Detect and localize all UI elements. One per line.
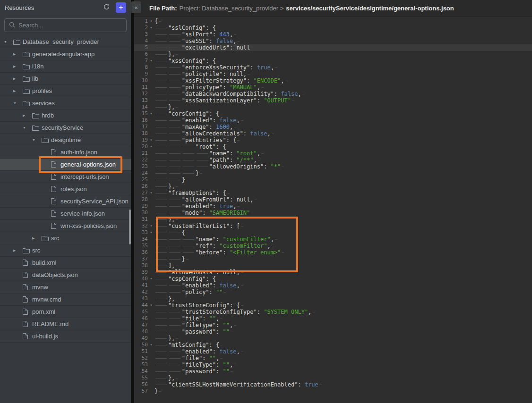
tree-folder-generated-angular-app[interactable]: ▶generated-angular-app	[0, 48, 131, 60]
fold-spacer	[148, 236, 154, 243]
fold-spacer	[148, 124, 154, 130]
fold-spacer	[148, 71, 154, 77]
search-input[interactable]	[18, 22, 122, 29]
fold-arrow-icon[interactable]: ▾	[148, 110, 154, 117]
code-text: "enforceXssSecurity": true,	[154, 64, 278, 71]
fold-arrow-icon[interactable]: ▾	[148, 229, 154, 236]
add-resource-button[interactable]: +	[116, 2, 126, 13]
tree-file-README.md[interactable]: README.md	[0, 318, 131, 330]
tree-folder-hrdb[interactable]: ▶hrdb	[0, 109, 131, 122]
tab-whitespace-mark	[168, 355, 182, 361]
tab-whitespace-mark	[168, 97, 182, 104]
code-line-54: 54"password": ""	[134, 368, 532, 375]
fold-arrow-icon[interactable]: ▾	[148, 137, 154, 143]
code-text: "enabled": true,	[154, 203, 240, 210]
code-line-18: 18"allowCredentials": false,	[134, 130, 532, 137]
tab-whitespace-mark	[154, 210, 168, 216]
chevron-down-icon[interactable]: ▼	[32, 138, 42, 142]
folder-icon	[42, 235, 51, 241]
tree-file-build.xml[interactable]: build.xml	[0, 257, 131, 269]
code-text: "file": "",	[154, 355, 223, 361]
file-icon	[51, 223, 60, 229]
line-end-mark	[175, 183, 179, 190]
chevron-right-icon[interactable]: ▶	[32, 236, 42, 240]
tree-file-mvnw[interactable]: mvnw	[0, 281, 131, 294]
chevron-right-icon[interactable]: ▶	[13, 249, 23, 252]
sidebar-collapse-button[interactable]: «	[131, 1, 141, 13]
tab-whitespace-mark	[154, 223, 168, 229]
tree-file-general-options.json[interactable]: general-options.json	[0, 159, 131, 171]
line-end-mark	[175, 295, 179, 302]
tab-whitespace-mark	[168, 163, 182, 170]
tree-file-ui-build.js[interactable]: ui-build.js	[0, 330, 131, 343]
fold-arrow-icon[interactable]: ▾	[148, 342, 154, 348]
code-editor[interactable]: 1▾{2▾"sslConfig": {3"sslPort": 443,4"use…	[134, 17, 532, 403]
code-text: }	[154, 256, 189, 262]
line-number: 2	[134, 25, 148, 31]
fold-spacer	[148, 150, 154, 157]
tab-whitespace-mark	[154, 170, 168, 176]
tree-folder-designtime[interactable]: ▼designtime	[0, 134, 131, 146]
tab-whitespace-mark	[168, 203, 182, 210]
tree-file-pom.xml[interactable]: pom.xml	[0, 306, 131, 318]
chevron-right-icon[interactable]: ▶	[23, 114, 32, 118]
tree-file-auth-info.json[interactable]: auth-info.json	[0, 146, 131, 159]
tab-whitespace-mark	[154, 322, 168, 328]
tab-whitespace-mark	[168, 368, 182, 375]
code-line-11: 11"policyType": "MANUAL",	[134, 84, 532, 91]
tree-item-label: securityService	[42, 124, 83, 131]
chevron-right-icon[interactable]: ▶	[13, 77, 23, 81]
fold-arrow-icon[interactable]: ▾	[148, 18, 154, 25]
tree-item-label: roles.json	[60, 185, 87, 193]
tab-whitespace-mark	[154, 249, 168, 256]
tab-whitespace-mark	[154, 163, 168, 170]
fold-arrow-icon[interactable]: ▾	[148, 58, 154, 64]
code-text: "path": "/**",	[154, 157, 261, 163]
tab-whitespace-mark	[168, 289, 182, 295]
fold-spacer	[148, 381, 154, 388]
tree-file-roles.json[interactable]: roles.json	[0, 183, 131, 195]
fold-arrow-icon[interactable]: ▾	[148, 302, 154, 309]
code-text: }	[154, 170, 203, 176]
code-text: }	[154, 176, 189, 183]
tree-folder-lib[interactable]: ▶lib	[0, 73, 131, 85]
line-number: 21	[134, 150, 148, 157]
fold-arrow-icon[interactable]: ▾	[148, 190, 154, 196]
tab-whitespace-mark	[154, 282, 168, 289]
tree-file-securityService_API.json[interactable]: securityService_API.json	[0, 195, 131, 208]
line-number: 53	[134, 361, 148, 368]
chevron-down-icon[interactable]: ▼	[13, 101, 23, 105]
chevron-right-icon[interactable]: ▶	[13, 52, 23, 56]
tree-file-dataObjects.json[interactable]: dataObjects.json	[0, 269, 131, 281]
chevron-right-icon[interactable]: ▶	[13, 89, 23, 93]
tree-file-intercept-urls.json[interactable]: intercept-urls.json	[0, 171, 131, 183]
tree-folder-src[interactable]: ▶src	[0, 232, 131, 244]
fold-arrow-icon[interactable]: ▾	[148, 276, 154, 282]
tree-folder-securityService[interactable]: ▼securityService	[0, 122, 131, 134]
code-line-1: 1▾{	[134, 18, 532, 25]
code-line-51: 51"enabled": false,	[134, 348, 532, 355]
fold-arrow-icon[interactable]: ▾	[148, 223, 154, 229]
chevron-down-icon[interactable]: ▼	[23, 126, 32, 129]
tree-file-mvnw.cmd[interactable]: mvnw.cmd	[0, 294, 131, 306]
tree-folder-profiles[interactable]: ▶profiles	[0, 85, 131, 97]
fold-spacer	[148, 31, 154, 38]
fold-spacer	[148, 51, 154, 58]
chevron-down-icon[interactable]: ▼	[4, 40, 13, 43]
tree-folder-src[interactable]: ▶src	[0, 244, 131, 257]
tree-file-wm-xss-policies.json[interactable]: wm-xss-policies.json	[0, 220, 131, 232]
fold-arrow-icon[interactable]: ▾	[148, 143, 154, 150]
tree-file-service-info.json[interactable]: service-info.json	[0, 208, 131, 220]
tree-folder-i18n[interactable]: ▶i18n	[0, 60, 131, 73]
sidebar-scrollbar-thumb[interactable]	[129, 210, 131, 244]
refresh-button[interactable]	[101, 2, 112, 13]
file-icon	[51, 161, 60, 168]
tree-folder-Database_security_provider[interactable]: ▼Database_security_provider	[0, 36, 131, 48]
chevron-right-icon[interactable]: ▶	[13, 65, 23, 68]
line-number: 51	[134, 348, 148, 355]
tree-folder-services[interactable]: ▼services	[0, 97, 131, 109]
tree-item-label: ui-build.js	[32, 333, 58, 340]
fold-arrow-icon[interactable]: ▾	[148, 25, 154, 31]
line-end-mark	[219, 355, 223, 361]
code-line-4: 4"useSSL": false,	[134, 38, 532, 44]
